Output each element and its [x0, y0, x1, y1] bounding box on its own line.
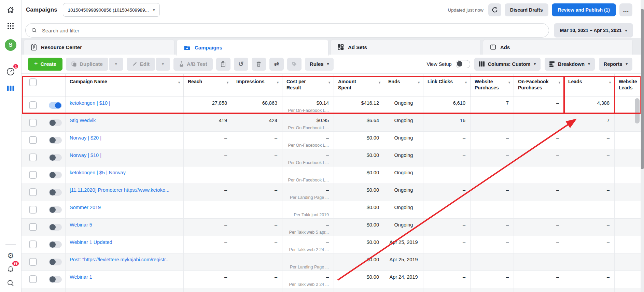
column-header-website_purchases[interactable]: Website Purchases▾ — [471, 74, 514, 97]
export-swap-button[interactable]: ⇄ — [269, 58, 284, 71]
column-header-link_clicks[interactable]: Link Clicks▾ — [423, 74, 471, 97]
campaign-name-link[interactable]: ketokongen | $10 | — [66, 97, 183, 106]
tab-resource-center[interactable]: Resource Center — [24, 39, 174, 55]
campaign-toggle[interactable] — [49, 137, 62, 144]
cell-toggle — [45, 288, 66, 292]
rules-dropdown[interactable]: Rules ▾ — [305, 58, 334, 71]
campaign-toggle[interactable] — [49, 154, 62, 161]
campaign-name-link[interactable]: Norway | $10 | — [66, 149, 183, 158]
campaign-toggle[interactable] — [49, 119, 62, 126]
campaign-name-link[interactable]: [11.11.2020] Promoterer https://www.keto… — [66, 184, 183, 193]
cost-value: – — [326, 135, 329, 141]
review-and-publish-button[interactable]: Review and Publish (1) — [552, 3, 616, 16]
ab-test-button[interactable]: A/B Test — [173, 58, 213, 71]
create-button[interactable]: + Create — [28, 58, 62, 71]
cost-value: – — [326, 187, 329, 193]
row-checkbox[interactable] — [29, 223, 37, 231]
notifications-bell-icon[interactable]: 99 — [6, 265, 15, 274]
cell-ends: Ongoing — [384, 166, 423, 184]
duplicate-dropdown-button[interactable]: ▾ — [109, 58, 123, 71]
ads-manager-icon[interactable] — [7, 86, 14, 91]
campaign-toggle[interactable] — [49, 224, 62, 231]
more-options-button[interactable]: … — [619, 3, 632, 16]
cell-website-leads — [615, 219, 644, 236]
tab-campaigns[interactable]: Campaigns — [177, 39, 328, 56]
row-checkbox[interactable] — [29, 206, 37, 214]
cell-impressions: – — [232, 149, 282, 166]
campaign-name-link[interactable]: Webinar 1 Updated — [66, 236, 183, 245]
campaign-name-link[interactable]: Sommer 2019 — [66, 201, 183, 210]
date-range-picker[interactable]: Mar 10, 2021 – Apr 21, 2021 ▾ — [554, 23, 633, 38]
campaign-toggle[interactable] — [49, 189, 62, 196]
columns-dropdown[interactable]: Columns: Custom ▾ — [474, 58, 541, 71]
select-all-checkbox[interactable] — [29, 78, 37, 86]
column-label: Link Clicks — [428, 78, 453, 85]
discard-drafts-button[interactable]: Discard Drafts — [505, 3, 548, 16]
campaign-name-link[interactable]: Post: "https://levlettere.mykajabi.com/r… — [66, 253, 183, 262]
search-input[interactable] — [41, 27, 543, 34]
campaign-toggle[interactable] — [49, 172, 62, 178]
column-header-leads[interactable]: Leads▾ — [564, 74, 615, 97]
cell-link-clicks: – — [423, 271, 471, 288]
cell-website-purchases: – — [471, 132, 514, 149]
column-header-cost_per_result[interactable]: Cost per Result▾ — [282, 74, 334, 97]
home-icon[interactable] — [6, 6, 15, 15]
search-and-filter[interactable] — [25, 23, 549, 38]
cell-impressions: – — [232, 236, 282, 253]
campaign-toggle[interactable] — [49, 241, 62, 248]
column-header-reach[interactable]: Reach▾ — [184, 74, 232, 97]
campaign-name-link[interactable]: ketokongen | $5 | Norway. — [66, 166, 183, 175]
cell-on-facebook-purchases: – — [514, 253, 564, 271]
pin-clipboard-button[interactable] — [216, 58, 230, 71]
account-overview-icon[interactable]: 1 — [6, 67, 15, 76]
campaign-toggle[interactable] — [49, 276, 62, 283]
tab-ads[interactable]: Ads — [483, 39, 633, 55]
table-scrollbar-thumb[interactable] — [635, 98, 640, 123]
apps-grid-icon[interactable] — [6, 22, 15, 30]
tag-button[interactable] — [287, 58, 302, 71]
row-checkbox[interactable] — [29, 154, 37, 161]
clipboard-icon — [31, 44, 37, 50]
campaign-name-link[interactable]: Norway | $20 | — [66, 132, 183, 141]
column-header-amount_spent[interactable]: Amount Spent▾ — [334, 74, 384, 97]
column-header-on_facebook_purchases[interactable]: On-Facebook Purchases▾ — [514, 74, 564, 97]
page-scrollbar-thumb[interactable] — [641, 9, 644, 169]
cell-select — [21, 219, 45, 236]
campaign-toggle[interactable] — [49, 206, 62, 213]
refresh-button[interactable] — [488, 3, 501, 16]
row-checkbox[interactable] — [29, 136, 37, 144]
page-scrollbar-track[interactable] — [641, 0, 644, 292]
column-header-impressions[interactable]: Impressions▾ — [232, 74, 282, 97]
campaign-name-link[interactable]: Stig Wedvik — [66, 114, 183, 123]
avatar[interactable]: S — [5, 39, 16, 51]
duplicate-button[interactable]: Duplicate — [66, 58, 108, 71]
sidebar-search-icon[interactable] — [6, 279, 15, 287]
settings-gear-icon[interactable]: ⚙ — [7, 251, 14, 260]
column-header-name[interactable]: Campaign Name▾ — [66, 74, 184, 97]
row-checkbox[interactable] — [29, 119, 37, 127]
row-checkbox[interactable] — [29, 275, 37, 283]
cell-reach: – — [184, 184, 232, 201]
campaign-toggle[interactable] — [49, 102, 62, 109]
view-setup-toggle[interactable] — [456, 60, 470, 68]
campaign-name-link[interactable]: Webinar 5 — [66, 219, 183, 228]
row-checkbox[interactable] — [29, 258, 37, 266]
breakdown-dropdown[interactable]: Breakdown ▾ — [545, 58, 595, 71]
tab-ad-sets[interactable]: Ad Sets — [331, 39, 481, 55]
account-selector[interactable]: 10150450998900856 (101504509989... ▾ — [63, 3, 160, 17]
delete-button[interactable] — [252, 58, 266, 71]
campaign-toggle[interactable] — [49, 259, 62, 265]
cell-on-facebook-purchases: – — [514, 219, 564, 236]
row-checkbox[interactable] — [29, 171, 37, 179]
row-checkbox[interactable] — [29, 240, 37, 248]
edit-dropdown-button[interactable]: ▾ — [156, 58, 170, 71]
reports-dropdown[interactable]: Reports ▾ — [599, 58, 632, 71]
campaign-name-link[interactable]: Webinar 1 — [66, 271, 183, 280]
column-header-toggle — [45, 74, 66, 97]
row-checkbox[interactable] — [29, 188, 37, 196]
edit-button[interactable]: Edit — [127, 58, 155, 71]
column-header-ends[interactable]: Ends▾ — [384, 74, 423, 97]
undo-button[interactable]: ↺ — [234, 58, 248, 71]
cell-ends: Ongoing — [384, 97, 423, 114]
row-checkbox[interactable] — [29, 101, 37, 109]
